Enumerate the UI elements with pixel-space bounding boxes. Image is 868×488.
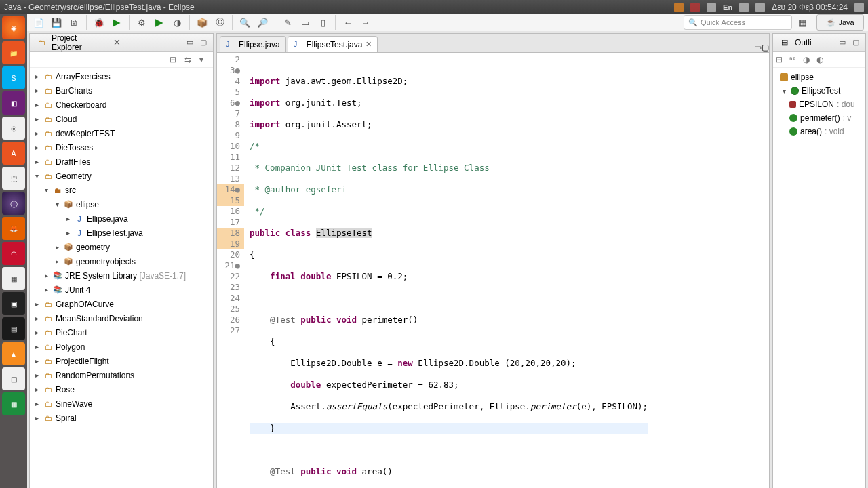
filter-icon[interactable]: ◑ — [803, 55, 812, 64]
quick-access-input[interactable]: 🔍 Quick Access — [684, 15, 792, 30]
tree-item: ▸🗀dewKeplerTEST — [30, 126, 213, 140]
battery-icon[interactable] — [739, 3, 749, 12]
tree-item-ellipse: ▾📦ellipse — [30, 197, 213, 211]
system-tray: En Δευ 20 Φεβ 00:54:24 — [674, 3, 864, 12]
app6-icon[interactable]: ▦ — [2, 267, 25, 290]
project-tree[interactable]: ▸🗀ArrayExercises ▸🗀BarCharts ▸🗀Checkerbo… — [30, 68, 213, 488]
run-button[interactable]: ▶ — [109, 15, 124, 30]
open-type-button[interactable]: 🔍 — [237, 15, 252, 30]
app7-icon[interactable]: ◫ — [2, 367, 25, 390]
notification-icon[interactable] — [690, 3, 700, 12]
app4-icon[interactable]: ⬚ — [2, 167, 25, 190]
ubuntu-launcher: ◉ 📁 S ◧ ◎ A ⬚ ◯ 🦊 ◠ ▦ ▣ ▤ ▲ ◫ ▦ — [0, 14, 27, 488]
tree-item: ▸📦geometry — [30, 240, 213, 254]
app8-icon[interactable]: ▦ — [2, 392, 25, 415]
back-button[interactable]: ← — [340, 15, 355, 30]
java-perspective-button[interactable]: ☕ Java — [816, 14, 864, 30]
tree-item: ▸🗀PieChart — [30, 325, 213, 340]
toggle-mark-button[interactable]: ✎ — [280, 15, 295, 30]
tool-btn-3[interactable]: ▯ — [315, 15, 330, 30]
tree-item: ▸🗀Cloud — [30, 112, 213, 126]
new-package-button[interactable]: 📦 — [195, 15, 210, 30]
new-button[interactable]: 📄 — [31, 15, 46, 30]
vlc-icon[interactable]: ▲ — [2, 342, 25, 365]
os-titlebar: Java - Geometry/src/ellipse/EllipseTest.… — [0, 0, 868, 14]
vlc-tray-icon[interactable] — [674, 3, 684, 12]
editor-tab-ellipsetest[interactable]: J EllipseTest.java ✕ — [288, 36, 378, 52]
editor-max-button[interactable]: ▢ — [762, 43, 769, 52]
forward-button[interactable]: → — [358, 15, 373, 30]
tree-item: ▸🗀SineWave — [30, 396, 213, 411]
outline-method: perimeter(): v — [774, 111, 864, 125]
mail-icon[interactable] — [707, 3, 716, 12]
skype-icon[interactable]: S — [2, 66, 25, 89]
app2-icon[interactable]: ◎ — [2, 117, 25, 140]
explorer-close-button[interactable]: ✕ — [111, 37, 122, 48]
java-file-icon: J — [294, 40, 303, 49]
search-button[interactable]: 🔎 — [255, 15, 270, 30]
tree-item: ▸🗀BarCharts — [30, 83, 213, 98]
tree-item-junit: ▸📚JUnit 4 — [30, 283, 213, 297]
tree-item: ▸🗀ArrayExercises — [30, 69, 213, 83]
close-tab-icon[interactable]: ✕ — [366, 40, 372, 49]
coverage-button[interactable]: ◑ — [170, 15, 184, 30]
outline-method: area(): void — [774, 125, 864, 138]
calc-icon[interactable]: ▤ — [2, 317, 25, 340]
line-gutter: 23●45 6●789 10111213 14●151617 181920 21… — [217, 53, 244, 488]
collapse-all-icon[interactable]: ⊟ — [170, 55, 179, 64]
tree-file: ▸JEllipseTest.java — [30, 226, 213, 240]
hide-icon[interactable]: ◐ — [816, 55, 826, 64]
debug-button[interactable]: 🐞 — [92, 15, 106, 30]
app-icon[interactable]: ◧ — [2, 92, 25, 115]
outline-min-button[interactable]: ▭ — [837, 37, 848, 48]
tool-btn-2[interactable]: ▭ — [298, 15, 313, 30]
editor-min-button[interactable]: ▭ — [754, 43, 762, 52]
sort-icon[interactable]: ⊟ — [776, 55, 785, 64]
folder-icon: 🗀 — [36, 37, 47, 48]
tool-btn-1[interactable]: ⚙ — [134, 15, 149, 30]
outline-field: EPSILON: dou — [774, 98, 864, 111]
editor-tabs: J Ellipse.java J EllipseTest.java ✕ ▭ ▢ — [217, 34, 769, 53]
tree-item-src: ▾🖿src — [30, 183, 213, 197]
explorer-max-button[interactable]: ▢ — [198, 37, 209, 48]
files-icon[interactable]: 📁 — [2, 41, 25, 64]
outline-pane: ▤ Outli ▭ ▢ ⊟ ᵃᶻ ◑ ◐ ellipse ▾EllipseTes… — [772, 33, 866, 488]
keyboard-indicator[interactable]: En — [723, 3, 732, 12]
view-menu-icon[interactable]: ▾ — [199, 55, 209, 64]
tree-file: ▸JEllipse.java — [30, 211, 213, 226]
run-last-button[interactable]: ▶ — [152, 15, 167, 30]
tree-item: ▸🗀ProjectileFlight — [30, 354, 213, 368]
code-content: import java.awt.geom.Ellipse2D; import o… — [244, 53, 648, 488]
volume-icon[interactable] — [755, 3, 765, 12]
save-button[interactable]: 💾 — [49, 15, 64, 30]
explorer-min-button[interactable]: ▭ — [184, 37, 195, 48]
outline-tree[interactable]: ellipse ▾EllipseTest EPSILON: dou perime… — [773, 68, 865, 141]
outline-max-button[interactable]: ▢ — [850, 37, 861, 48]
terminal-icon[interactable]: ▣ — [2, 292, 25, 315]
open-perspective-button[interactable]: ▦ — [795, 15, 810, 30]
new-class-button[interactable]: Ⓒ — [212, 15, 227, 30]
firefox-icon[interactable]: 🦊 — [2, 217, 25, 240]
editor-tab-ellipse[interactable]: J Ellipse.java — [220, 36, 286, 52]
eclipse-icon[interactable]: ◯ — [2, 192, 25, 215]
link-editor-icon[interactable]: ⇆ — [184, 55, 194, 64]
shutdown-icon[interactable] — [854, 3, 864, 12]
sort-az-icon[interactable]: ᵃᶻ — [789, 55, 799, 64]
project-explorer-title: Project Explorer — [52, 33, 108, 52]
outline-icon: ▤ — [779, 37, 790, 48]
tree-item: ▸🗀DieTosses — [30, 140, 213, 155]
outline-title: Outli — [795, 38, 834, 47]
tree-item: ▸🗀RandomPermutations — [30, 368, 213, 382]
tree-item: ▸🗀Polygon — [30, 340, 213, 354]
tree-item: ▸📦geometryobjects — [30, 254, 213, 268]
tree-item: ▸🗀GraphOfACurve — [30, 297, 213, 311]
save-all-button[interactable]: 🗎 — [66, 15, 81, 30]
outline-pkg: ellipse — [774, 70, 864, 84]
code-editor[interactable]: 23●45 6●789 10111213 14●151617 181920 21… — [217, 53, 769, 488]
editor-pane: J Ellipse.java J EllipseTest.java ✕ ▭ ▢ — [216, 33, 770, 488]
app5-icon[interactable]: ◠ — [2, 242, 25, 265]
dash-icon[interactable]: ◉ — [2, 16, 25, 39]
clock[interactable]: Δευ 20 Φεβ 00:54:24 — [772, 3, 848, 12]
app3-icon[interactable]: A — [2, 142, 25, 165]
window-title: Java - Geometry/src/ellipse/EllipseTest.… — [4, 3, 674, 12]
